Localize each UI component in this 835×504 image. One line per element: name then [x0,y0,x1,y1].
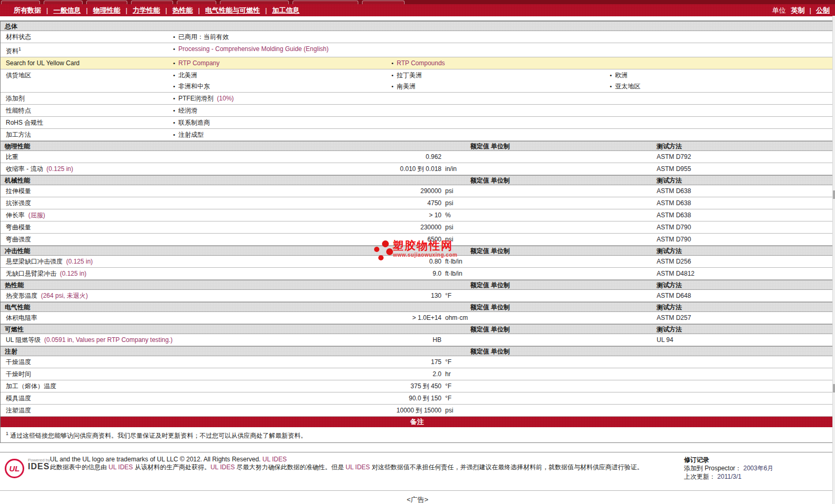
bullet-item: •南美洲 [388,81,607,92]
nav-tab-thermal[interactable]: 热性能 [173,6,193,15]
tab-stub [362,1,405,4]
revision-updated: 上次更新： 2011/3/1 [684,472,773,481]
section-header-mechanical: 机械性能额定值 单位制测试方法 [1,175,833,185]
footer-line1: UL and the UL logo are trademarks of UL … [50,456,676,463]
property-label: 弯曲强度 [1,234,264,245]
property-label: 收缩率 - 流动 (0.125 in) [1,164,264,175]
property-value-cell: 0.962 [264,152,492,163]
property-sections: 物理性能额定值 单位制测试方法比重0.962ASTM D792收缩率 - 流动 … [1,141,833,417]
top-tab-strip [0,0,835,4]
property-label: 伸长率 (屈服) [1,210,264,221]
row-label: RoHS 合规性 [1,117,170,128]
revision-added: 添加到 Prospector： 2003年6月 [684,464,773,472]
value-text: 北美洲 [178,70,197,81]
section-title: 冲击性能 [5,247,30,255]
property-unit: ft·lb/in [445,256,492,267]
property-value: 0.010 到 0.018 [264,164,441,175]
footer-line2: 此数据表中的信息由 UL IDES 从该材料的生产商处获得。UL IDES 尽最… [50,463,676,471]
nav-tab-processing[interactable]: 加工信息 [272,6,299,15]
property-condition: (0.125 in) [56,270,86,277]
nav-tab-all-data[interactable]: 所有数据 [14,6,41,15]
bullet-item: •亚太地区 [607,81,825,92]
property-label: 抗张强度 [1,198,264,209]
row-resources: 资料1•Processing - Comprehensive Molding G… [1,43,833,57]
bullet-icon: • [388,81,397,92]
footnote-ref: 1 [18,46,21,52]
property-value-cell: 290000psi [264,186,492,197]
bullet-column: •欧洲•亚太地区 [607,70,825,92]
bullet-icon: • [170,58,178,69]
units-separator: | [810,6,811,14]
top-nav-bar: 所有数据|一般信息|物理性能|力学性能|热性能|电气性能与可燃性|加工信息 单位… [0,4,835,16]
ul-ides-link[interactable]: UL IDES [263,456,287,463]
ul-ides-link[interactable]: UL IDES [210,463,235,471]
value-text: 注射成型 [178,129,204,140]
property-row-injection-temp: 注塑温度10000 到 15000psi [1,405,833,417]
property-row-volume-resistivity: 体积电阻率> 1.0E+14ohm·cmASTM D257 [1,312,833,324]
scrollbar[interactable] [832,16,835,504]
bullet-icon: • [388,58,397,69]
property-value: 290000 [264,186,441,197]
bullet-item: •RTP Compounds [388,58,607,69]
property-value-cell: HB [264,335,492,346]
property-value-cell: > 1.0E+14ohm·cm [264,313,492,324]
property-value-cell: 10000 到 15000psi [264,405,492,416]
bullet-icon: • [170,32,178,43]
nav-tab-mechanical[interactable]: 力学性能 [133,6,160,15]
bullet-column: •PTFE润滑剂 (10%) [170,93,388,104]
property-label: 干燥温度 [1,357,264,368]
bullet-column: •经润滑 [170,105,388,116]
row-additive: 添加剂•PTFE润滑剂 (10%) [1,93,833,105]
value-link[interactable]: RTP Company [178,58,219,69]
scrollbar-thumb[interactable] [833,384,835,392]
tab-stub [220,1,289,4]
footer-line2-text: 尽最大努力确保此数据的准确性。但是 [235,463,346,471]
section-header-thermal: 热性能额定值 单位制测试方法 [1,280,833,290]
row-processing-method: 加工方法•注射成型 [1,129,833,141]
bullet-icon: • [607,70,615,81]
property-row-heat-deflection-temp: 热变形温度 (264 psi, 未退火)130°FASTM D648 [1,290,833,302]
property-unit: in/in [445,164,492,175]
value-link[interactable]: RTP Compounds [397,58,445,69]
property-label: 体积电阻率 [1,313,264,324]
test-method: ASTM D638 [657,210,691,221]
row-availability: 供货地区•北美洲•非洲和中东•拉丁美洲•南美洲•欧洲•亚太地区 [1,69,833,93]
property-unit: °F [445,381,492,392]
property-unit: ohm·cm [445,313,492,324]
bullet-column: •RTP Company [170,58,388,69]
property-unit: psi [445,198,492,209]
units-switcher: 单位 英制 | 公制 [772,6,830,15]
nav-tab-physical[interactable]: 物理性能 [93,6,120,15]
property-condition: (0.125 in) [43,165,73,173]
bullet-icon: • [170,70,178,81]
column-header-value: 额定值 单位制 [264,246,510,256]
property-unit: psi [445,405,492,416]
ul-ides-link[interactable]: UL IDES [108,463,133,471]
test-method: ASTM D790 [657,222,691,233]
nav-separator: | [126,6,127,14]
nav-tab-general-info[interactable]: 一般信息 [53,6,81,15]
bullet-column: •Processing - Comprehensive Molding Guid… [170,44,388,57]
property-unit: ft·lb/in [445,268,492,279]
property-row-izod-notched: 悬壁梁缺口冲击强度 (0.125 in)0.80ft·lb/inASTM D25… [1,256,833,268]
nav-tab-electrical-flammability[interactable]: 电气性能与可燃性 [205,6,260,15]
unit-metric-link[interactable]: 公制 [816,6,830,15]
property-row-melt-temp: 加工（熔体）温度375 到 450°F [1,380,833,392]
scrollbar-thumb[interactable] [833,190,835,199]
property-value: 2.0 [264,369,441,380]
material-datasheet-table: 总体材料状态•已商用：当前有效资料1•Processing - Comprehe… [0,21,834,443]
property-value-cell: 0.80ft·lb/in [264,256,492,267]
section-title: 热性能 [5,281,24,289]
column-header-value: 额定值 单位制 [264,303,510,312]
ul-ides-link[interactable]: UL IDES [346,463,370,471]
footer-legal-text: UL and the UL logo are trademarks of UL … [50,456,676,471]
row-features: 性能特点•经润滑 [1,105,833,117]
property-row-drying-temp: 干燥温度175°F [1,356,833,368]
property-value-cell: 9.0ft·lb/in [264,268,492,279]
value-link[interactable]: Processing - Comprehensive Molding Guide… [178,44,328,55]
tab-stub [86,1,127,4]
property-condition: (0.0591 in, Values per RTP Company testi… [41,336,173,344]
nav-separator: | [46,6,48,14]
general-section: 总体材料状态•已商用：当前有效资料1•Processing - Comprehe… [1,21,833,141]
property-label: 干燥时间 [1,369,264,380]
